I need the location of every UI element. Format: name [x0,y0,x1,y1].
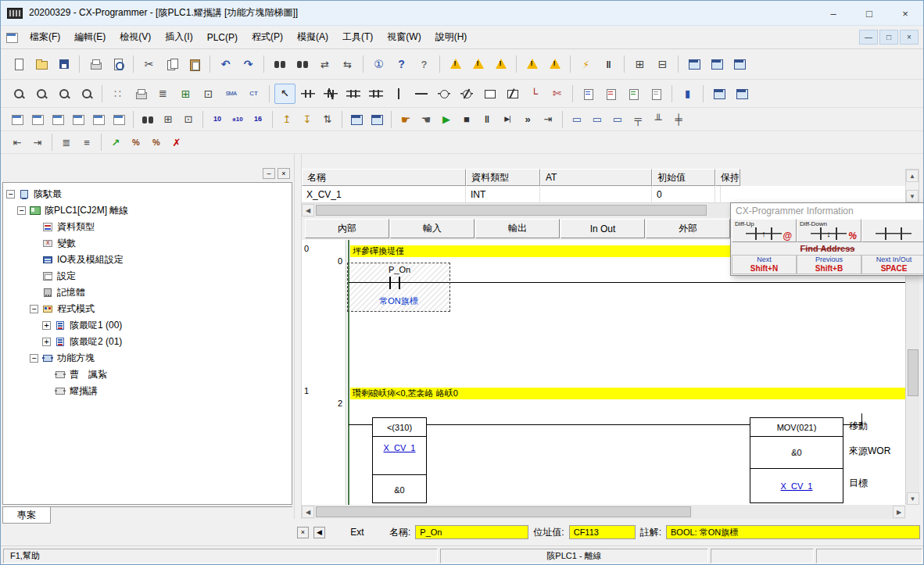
workspace-toggle-button[interactable] [683,54,704,74]
name-field[interactable]: P_On [415,525,528,539]
change-all-button[interactable]: ⇄ [314,54,335,74]
batch-compile-button[interactable] [490,54,511,74]
help-button[interactable]: ? [391,54,412,74]
table-cell[interactable] [540,186,652,203]
mov-instruction-block[interactable]: MOV(021) &0 X_CV_1 [750,417,843,503]
rung-comment-list-button[interactable]: ≣ [152,84,174,104]
invalidate-fb-button[interactable]: ✗ [167,134,186,152]
delete-connection-button[interactable]: ✄ [546,84,568,104]
watch-window-button[interactable] [708,84,729,104]
pulse-button[interactable]: ╪ [669,110,688,128]
differential-up-button[interactable]: ╤ [629,110,647,128]
ladder-view-button[interactable]: ⊞ [175,84,196,104]
hex-button[interactable]: 16 [249,110,267,128]
maximize-button[interactable]: □ [851,1,887,26]
io-comment-window-button[interactable] [731,84,752,104]
mdi-close-button[interactable]: × [900,30,919,45]
scroll-up-icon[interactable]: ▲ [906,170,919,182]
tree-item-programs[interactable]: − 程式模式 [3,301,292,317]
tree-expander[interactable]: − [6,190,15,198]
tree-item-plc[interactable]: − 陔PLC1[CJ2M] 離線 [3,202,292,219]
rung-comment[interactable]: 瓚剩硠岆瘁<0,苤衾峈 峈岆0 [350,388,905,399]
tree-item-program2[interactable]: + 陔最哫2 (01) [3,334,292,350]
tree-item-program1[interactable]: + 陔最哫1 (00) [3,317,292,334]
variable-tab[interactable]: 輸出 [475,219,560,238]
force-off-button[interactable]: ☚ [417,110,435,128]
zoom-100-button[interactable] [53,84,74,104]
scroll-right-icon[interactable]: ▶ [893,506,905,518]
scroll-left-icon[interactable]: ◀ [302,506,314,518]
tree-expander[interactable]: − [30,354,38,363]
operand[interactable]: X_CV_1 [373,437,426,459]
edit-io-comment-button[interactable] [578,84,599,104]
indent-button[interactable]: ⇥ [28,134,47,152]
menu-item[interactable]: 編輯(E) [67,27,113,47]
menu-item[interactable]: PLC(P) [200,29,245,46]
address-reference-button[interactable]: ⊟ [652,54,673,74]
fb-view-button[interactable]: ⊡ [198,84,219,104]
tree-expander[interactable]: − [17,206,26,215]
online-edit-button[interactable]: ▭ [568,110,586,128]
column-header[interactable]: 名稱 [302,169,466,186]
pause-button[interactable]: ‖ [478,110,496,128]
signed-decimal-button[interactable]: ±10 [228,110,247,128]
closed-coil-button[interactable] [456,84,477,104]
symbol-window-button[interactable] [48,110,67,128]
force-on-button[interactable]: ☛ [396,110,415,128]
work-online-button[interactable]: ⚡ [575,54,596,74]
menu-item[interactable]: 程式(P) [245,27,290,47]
print-marks-button[interactable] [130,84,151,104]
scroll-thumb[interactable] [316,205,707,216]
menu-item[interactable]: 工具(T) [335,27,380,47]
ladder-editor[interactable]: 0 坪參磾換堤僅 0 P_On 常ON旗標 1 瓚剩硠岆瘁<0,苤衾峈 峈岆0 … [302,240,905,505]
menu-item[interactable]: 檔案(F) [23,27,67,47]
variable-tab[interactable]: 內部 [305,219,389,238]
menu-item[interactable]: 插入(I) [158,27,199,47]
differential-down-button[interactable]: ╨ [649,110,668,128]
undo-button[interactable]: ↶ [215,54,236,74]
find-button[interactable] [269,54,290,74]
transfer-from-plc-button[interactable] [544,54,565,74]
ladder-hscrollbar[interactable]: ◀ ▶ [302,505,905,519]
tree-item-fb1[interactable]: 曹 諷紥 [3,367,292,383]
table-cell[interactable]: X_CV_1 [302,186,466,203]
mdi-minimize-button[interactable]: — [859,30,878,45]
stop-button[interactable]: ■ [457,110,476,128]
edit-instruction-button[interactable] [646,84,667,104]
horizontal-line-button[interactable] [410,84,432,104]
open-contact-button[interactable] [297,84,318,104]
monitor-window2-button[interactable] [367,110,386,128]
variable-table-scrollbar[interactable]: ▲ ▼ [905,169,919,203]
popup-title[interactable]: CX-Programmer Information [731,203,924,219]
mnemonic-window-button[interactable] [28,110,47,128]
online-edit-send-button[interactable]: ▭ [588,110,607,128]
select-tool-button[interactable]: ↖ [274,84,295,104]
insert-rung-below-button[interactable]: ↧ [298,110,317,128]
io-table-window-button[interactable] [69,110,88,128]
info-bar-back-button[interactable]: ◀ [313,527,325,538]
paste-button[interactable] [184,54,205,74]
show-fb-button[interactable]: ⊡ [179,110,198,128]
table-cell[interactable]: 0 [652,186,715,203]
menu-item[interactable]: 檢視(V) [113,27,158,47]
tree-item-function-blocks[interactable]: − 功能方塊 [3,350,292,367]
open-coil-button[interactable] [433,84,454,104]
tree-item-settings[interactable]: 設定 [3,268,292,284]
vertical-line-button[interactable] [388,84,409,104]
pause-monitoring-button[interactable]: ‖ [598,54,619,74]
compile-button[interactable] [445,54,466,74]
contact-comment[interactable]: 常ON旗標 [347,295,450,307]
edit-annotation-button[interactable] [623,84,644,104]
print-preview-button[interactable] [107,54,128,74]
tree-item-project[interactable]: − 陔馱最 [3,186,292,202]
table-cell[interactable] [715,186,721,203]
or-closed-contact-button[interactable] [365,84,386,104]
comment-field[interactable]: BOOL: 常ON旗標 [666,525,920,539]
closed-instruction-button[interactable] [501,84,522,104]
operand[interactable]: X_CV_1 [750,468,843,502]
tree-item-io-table[interactable]: IO表及模組設定 [3,252,292,268]
program-check-button[interactable] [467,54,489,74]
minimize-button[interactable]: – [815,1,851,26]
find-in-window-button[interactable] [138,110,157,128]
transfer-to-plc-button[interactable] [521,54,543,74]
